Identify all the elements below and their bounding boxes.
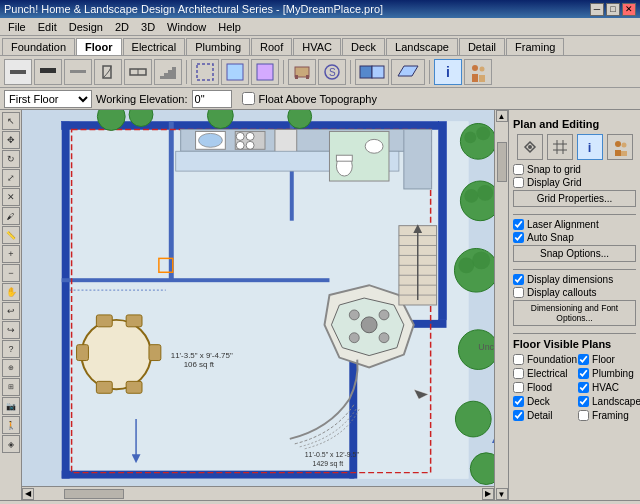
- framing-plan-checkbox[interactable]: [578, 410, 589, 421]
- snap-options-button[interactable]: Snap Options...: [513, 245, 636, 262]
- tool-zoom-in[interactable]: +: [2, 245, 20, 263]
- toolbar-tabs: Foundation Floor Electrical Plumbing Roo…: [0, 36, 640, 55]
- menu-help[interactable]: Help: [212, 20, 247, 34]
- svg-point-58: [349, 310, 359, 320]
- tool-rotate[interactable]: ↻: [2, 150, 20, 168]
- tool-zoom-out[interactable]: −: [2, 264, 20, 282]
- display-dimensions-checkbox[interactable]: [513, 274, 524, 285]
- tool-door[interactable]: [94, 59, 122, 85]
- tab-framing[interactable]: Framing: [506, 38, 564, 55]
- tool-help[interactable]: ?: [2, 340, 20, 358]
- display-dimensions-label: Display dimensions: [527, 274, 613, 285]
- svg-point-38: [199, 133, 223, 147]
- grid-icon[interactable]: [547, 134, 573, 160]
- tool-view2d[interactable]: [355, 59, 389, 85]
- hvac-plan-checkbox[interactable]: [578, 382, 589, 393]
- snap-icon[interactable]: [517, 134, 543, 160]
- menu-file[interactable]: File: [2, 20, 32, 34]
- tool-exterior-wall[interactable]: [34, 59, 62, 85]
- close-button[interactable]: ✕: [622, 3, 636, 16]
- svg-point-86: [477, 185, 493, 201]
- display-grid-checkbox[interactable]: [513, 177, 524, 188]
- tab-detail[interactable]: Detail: [459, 38, 505, 55]
- laser-alignment-checkbox[interactable]: [513, 219, 524, 230]
- menu-2d[interactable]: 2D: [109, 20, 135, 34]
- floor-plan-row: Floor: [578, 354, 640, 365]
- menu-edit[interactable]: Edit: [32, 20, 63, 34]
- tool-extra1[interactable]: ◈: [2, 435, 20, 453]
- minimize-button[interactable]: ─: [590, 3, 604, 16]
- electrical-plan-checkbox[interactable]: [513, 368, 524, 379]
- dim-font-button[interactable]: Dimensioning and Font Options...: [513, 300, 636, 326]
- tool-window[interactable]: [124, 59, 152, 85]
- display-callouts-checkbox[interactable]: [513, 287, 524, 298]
- tool-grid[interactable]: ⊞: [2, 378, 20, 396]
- tab-electrical[interactable]: Electrical: [123, 38, 186, 55]
- float-above-checkbox[interactable]: [242, 92, 255, 105]
- svg-rect-64: [336, 155, 352, 161]
- horizontal-scrollbar[interactable]: ◀ ▶: [22, 486, 494, 500]
- tool-paint[interactable]: 🖌: [2, 207, 20, 225]
- tool-symbol[interactable]: S: [318, 59, 346, 85]
- svg-rect-31: [169, 122, 174, 281]
- menu-design[interactable]: Design: [63, 20, 109, 34]
- tool-scale[interactable]: ⤢: [2, 169, 20, 187]
- vertical-scrollbar[interactable]: ▲ ▼: [494, 110, 508, 500]
- svg-rect-10: [197, 64, 213, 80]
- laser-alignment-label: Laser Alignment: [527, 219, 599, 230]
- svg-rect-51: [96, 381, 112, 393]
- tool-undo[interactable]: ↩: [2, 302, 20, 320]
- menu-window[interactable]: Window: [161, 20, 212, 34]
- svg-rect-32: [62, 278, 330, 282]
- tool-delete[interactable]: ✕: [2, 188, 20, 206]
- svg-point-41: [246, 132, 254, 140]
- tab-foundation[interactable]: Foundation: [2, 38, 75, 55]
- tool-walk[interactable]: 🚶: [2, 416, 20, 434]
- flood-plan-checkbox[interactable]: [513, 382, 524, 393]
- deck-plan-checkbox[interactable]: [513, 396, 524, 407]
- tab-roof[interactable]: Roof: [251, 38, 292, 55]
- tool-view3d[interactable]: [391, 59, 425, 85]
- tool-room[interactable]: [191, 59, 219, 85]
- tool-camera[interactable]: 📷: [2, 397, 20, 415]
- tab-hvac[interactable]: HVAC: [293, 38, 341, 55]
- menu-3d[interactable]: 3D: [135, 20, 161, 34]
- svg-point-101: [528, 145, 532, 149]
- floor-plan-checkbox[interactable]: [578, 354, 589, 365]
- tool-interior-wall[interactable]: [64, 59, 92, 85]
- svg-rect-52: [126, 381, 142, 393]
- tool-furniture[interactable]: [288, 59, 316, 85]
- tool-select[interactable]: ↖: [2, 112, 20, 130]
- tool-move[interactable]: ✥: [2, 131, 20, 149]
- people-panel-icon[interactable]: [607, 134, 633, 160]
- plumbing-plan-checkbox[interactable]: [578, 368, 589, 379]
- window-controls[interactable]: ─ □ ✕: [590, 3, 636, 16]
- svg-rect-49: [77, 345, 89, 361]
- info-panel-icon[interactable]: i: [577, 134, 603, 160]
- tab-plumbing[interactable]: Plumbing: [186, 38, 250, 55]
- svg-text:106 sq ft: 106 sq ft: [184, 360, 215, 369]
- tool-info[interactable]: i: [434, 59, 462, 85]
- tool-floor[interactable]: [221, 59, 249, 85]
- tab-deck[interactable]: Deck: [342, 38, 385, 55]
- tool-wall[interactable]: [4, 59, 32, 85]
- tool-stairs[interactable]: [154, 59, 182, 85]
- maximize-button[interactable]: □: [606, 3, 620, 16]
- foundation-plan-checkbox[interactable]: [513, 354, 524, 365]
- tool-redo[interactable]: ↪: [2, 321, 20, 339]
- detail-plan-checkbox[interactable]: [513, 410, 524, 421]
- landscape-plan-checkbox[interactable]: [578, 396, 589, 407]
- tool-people[interactable]: [464, 59, 492, 85]
- working-elevation-input[interactable]: [192, 90, 232, 108]
- grid-properties-button[interactable]: Grid Properties...: [513, 190, 636, 207]
- tab-floor[interactable]: Floor: [76, 38, 122, 55]
- tool-ceiling[interactable]: [251, 59, 279, 85]
- floor-selector[interactable]: First Floor Second Floor Basement: [4, 90, 92, 108]
- tab-landscape[interactable]: Landscape: [386, 38, 458, 55]
- tool-measure[interactable]: 📏: [2, 226, 20, 244]
- canvas-area[interactable]: 11'-3.5" x 9'-4.75" 106 sq ft: [22, 110, 508, 500]
- tool-snap[interactable]: ⊕: [2, 359, 20, 377]
- snap-to-grid-checkbox[interactable]: [513, 164, 524, 175]
- tool-pan[interactable]: ✋: [2, 283, 20, 301]
- auto-snap-checkbox[interactable]: [513, 232, 524, 243]
